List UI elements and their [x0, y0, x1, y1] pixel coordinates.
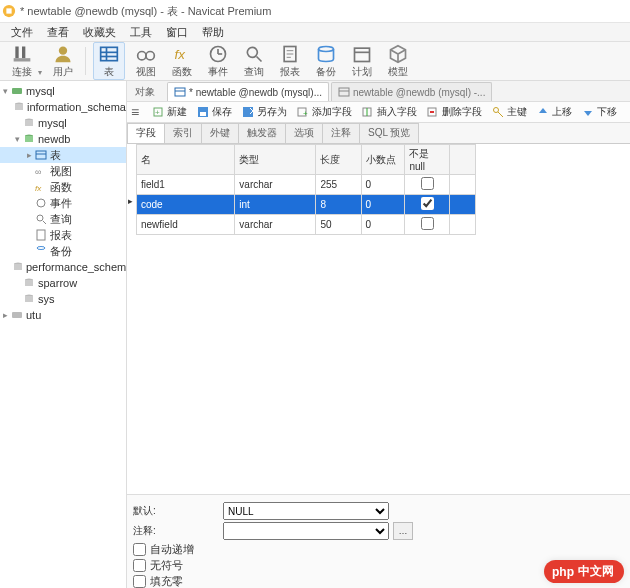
svg-rect-49	[175, 88, 185, 96]
col-header-name[interactable]: 名	[137, 145, 235, 175]
tree-db-newdb[interactable]: ▾newdb	[0, 131, 126, 147]
tree-queries[interactable]: 查询	[0, 211, 126, 227]
toolbar-schedule[interactable]: 计划	[347, 43, 377, 79]
col-header-type[interactable]: 类型	[235, 145, 316, 175]
auto-increment-checkbox[interactable]	[133, 543, 146, 556]
fx-icon: fx	[172, 43, 192, 65]
menu-fav[interactable]: 收藏夹	[76, 25, 123, 40]
tab-fkeys[interactable]: 外键	[201, 123, 239, 143]
cell-extra[interactable]	[450, 215, 476, 235]
dropdown-icon[interactable]: ▾	[38, 68, 42, 77]
cell-name[interactable]: field1	[137, 175, 235, 195]
toolbar-event[interactable]: 事件	[203, 43, 233, 79]
tree-conn-utu[interactable]: ▸utu	[0, 307, 126, 323]
tree-conn-mysql[interactable]: ▾mysql	[0, 83, 126, 99]
menu-tools[interactable]: 工具	[123, 25, 159, 40]
menu-help[interactable]: 帮助	[195, 25, 231, 40]
cell-name[interactable]: code	[137, 195, 235, 215]
tab-fields[interactable]: 字段	[127, 123, 165, 143]
toolbar-model[interactable]: 模型	[383, 43, 413, 79]
cell-type[interactable]: varchar	[235, 175, 316, 195]
btn-moveup[interactable]: 上移	[532, 103, 577, 121]
cell-decimals[interactable]: 0	[361, 195, 405, 215]
btn-addfield[interactable]: +添加字段	[292, 103, 357, 121]
doc-tab-inactive[interactable]: newtable @newdb (mysql) -...	[331, 82, 492, 101]
svg-rect-6	[101, 47, 118, 60]
toolbar-view[interactable]: 视图	[131, 43, 161, 79]
tab-comment[interactable]: 注释	[322, 123, 360, 143]
cell-decimals[interactable]: 0	[361, 175, 405, 195]
comment-select[interactable]	[223, 522, 389, 540]
tree-tables[interactable]: ▸表	[0, 147, 126, 163]
cell-length[interactable]: 50	[316, 215, 361, 235]
notnull-checkbox[interactable]	[421, 197, 434, 210]
toolbar-report[interactable]: 报表	[275, 43, 305, 79]
unsigned-checkbox[interactable]	[133, 559, 146, 572]
views-icon: ∞	[34, 164, 48, 178]
tree-functions[interactable]: fx函数	[0, 179, 126, 195]
zerofill-checkbox[interactable]	[133, 575, 146, 588]
tree-db-informationschema[interactable]: information_schema	[0, 99, 126, 115]
btn-new[interactable]: +新建	[147, 103, 192, 121]
tree-db-mysql[interactable]: mysql	[0, 115, 126, 131]
tree-db-sparrow[interactable]: sparrow	[0, 275, 126, 291]
col-header-notnull[interactable]: 不是 null	[405, 145, 450, 175]
menu-window[interactable]: 窗口	[159, 25, 195, 40]
tree-views[interactable]: ∞视图	[0, 163, 126, 179]
clock-icon	[208, 43, 228, 65]
comment-more-button[interactable]: …	[393, 522, 413, 540]
object-tab-stub[interactable]: 对象	[131, 83, 167, 101]
cell-length[interactable]: 8	[316, 195, 361, 215]
tab-indexes[interactable]: 索引	[164, 123, 202, 143]
svg-point-41	[37, 247, 45, 250]
field-row[interactable]: newfield varchar 50 0	[137, 215, 476, 235]
btn-save[interactable]: 保存	[192, 103, 237, 121]
btn-insertfield[interactable]: 插入字段	[357, 103, 422, 121]
cell-name[interactable]: newfield	[137, 215, 235, 235]
toolbar-query[interactable]: 查询	[239, 43, 269, 79]
col-header-extra[interactable]	[450, 145, 476, 175]
menu-icon[interactable]: ≡	[131, 104, 139, 120]
tree-db-performanceschema[interactable]: performance_schema	[0, 259, 126, 275]
col-header-decimals[interactable]: 小数点	[361, 145, 405, 175]
tree-events[interactable]: 事件	[0, 195, 126, 211]
col-header-length[interactable]: 长度	[316, 145, 361, 175]
menu-view[interactable]: 查看	[40, 25, 76, 40]
toolbar-connect[interactable]: 连接	[7, 43, 37, 79]
key-icon	[492, 106, 504, 118]
cell-decimals[interactable]: 0	[361, 215, 405, 235]
default-select[interactable]: NULL	[223, 502, 389, 520]
tree-backups[interactable]: 备份	[0, 243, 126, 259]
tab-triggers[interactable]: 触发器	[238, 123, 286, 143]
field-row-selected[interactable]: code int 8 0	[137, 195, 476, 215]
cell-extra[interactable]	[450, 175, 476, 195]
toolbar-table[interactable]: 表	[93, 42, 125, 80]
menu-file[interactable]: 文件	[4, 25, 40, 40]
btn-delfield[interactable]: 删除字段	[422, 103, 487, 121]
connection-tree[interactable]: ▾mysql information_schema mysql ▾newdb ▸…	[0, 81, 127, 588]
tree-db-sys[interactable]: sys	[0, 291, 126, 307]
report-icon	[34, 228, 48, 242]
cell-notnull[interactable]	[405, 175, 450, 195]
cell-length[interactable]: 255	[316, 175, 361, 195]
cell-type[interactable]: int	[235, 195, 316, 215]
search-icon	[34, 212, 48, 226]
field-row[interactable]: field1 varchar 255 0	[137, 175, 476, 195]
cell-extra[interactable]	[450, 195, 476, 215]
btn-saveas[interactable]: 另存为	[237, 103, 292, 121]
tree-reports[interactable]: 报表	[0, 227, 126, 243]
notnull-checkbox[interactable]	[421, 217, 434, 230]
btn-movedown[interactable]: 下移	[577, 103, 622, 121]
btn-pkey[interactable]: 主键	[487, 103, 532, 121]
tab-sqlpreview[interactable]: SQL 预览	[359, 123, 419, 143]
notnull-checkbox[interactable]	[421, 177, 434, 190]
cell-type[interactable]: varchar	[235, 215, 316, 235]
toolbar-function[interactable]: fx 函数	[167, 43, 197, 79]
cell-notnull[interactable]	[405, 195, 450, 215]
cell-notnull[interactable]	[405, 215, 450, 235]
doc-tab-active[interactable]: * newtable @newdb (mysql)...	[167, 82, 329, 101]
tab-options[interactable]: 选项	[285, 123, 323, 143]
toolbar-backup[interactable]: 备份	[311, 43, 341, 79]
field-grid[interactable]: 名 类型 长度 小数点 不是 null field1 varchar 255 0…	[136, 144, 476, 235]
toolbar-user[interactable]: 用户	[48, 43, 78, 79]
